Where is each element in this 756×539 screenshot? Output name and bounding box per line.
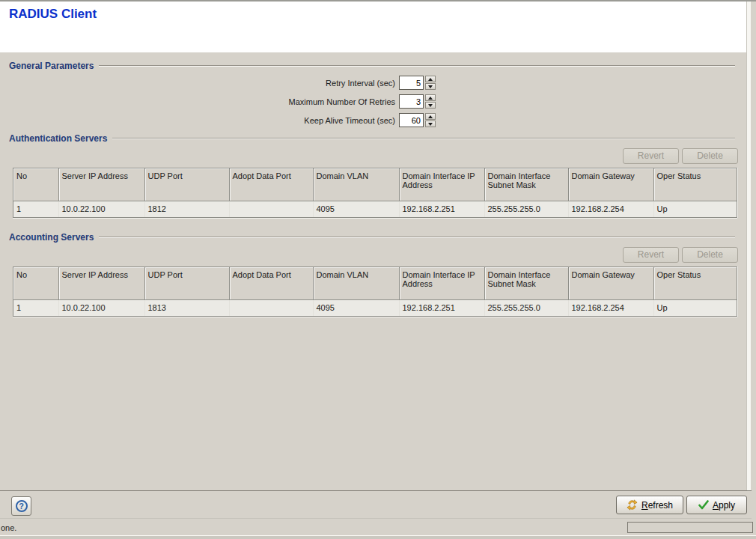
max-retries-label: Maximum Number Of Retries xyxy=(0,94,399,109)
cell-adopt-data-port xyxy=(229,201,313,217)
section-title-authentication-servers: Authentication Servers xyxy=(9,133,107,144)
general-parameters-section-header: General Parameters xyxy=(9,61,743,71)
col-header-server-ip[interactable]: Server IP Address xyxy=(58,168,144,201)
col-header-adopt-data-port[interactable]: Adopt Data Port xyxy=(229,168,313,201)
acct-revert-button[interactable]: Revert xyxy=(623,247,679,263)
max-retries-row: Maximum Number Of Retries xyxy=(0,94,436,109)
acct-table-row[interactable]: 1 10.0.22.100 1813 4095 192.168.2.251 25… xyxy=(13,299,737,316)
up-arrow-icon[interactable] xyxy=(425,94,436,101)
retry-interval-input[interactable] xyxy=(399,76,424,90)
up-arrow-icon[interactable] xyxy=(425,113,436,120)
cell-udp-port: 1812 xyxy=(144,201,229,217)
col-header-domain-gateway[interactable]: Domain Gateway xyxy=(568,168,653,201)
section-rule xyxy=(112,138,735,139)
acct-table-header-row: No Server IP Address UDP Port Adopt Data… xyxy=(13,267,737,299)
col-header-domain-interface-subnet[interactable]: Domain Interface Subnet Mask xyxy=(484,168,568,201)
down-arrow-icon[interactable] xyxy=(425,83,436,90)
max-retries-input[interactable] xyxy=(399,94,424,109)
scrollbar-track[interactable] xyxy=(746,1,751,490)
green-check-icon xyxy=(698,500,709,510)
auth-table-header-row: No Server IP Address UDP Port Adopt Data… xyxy=(13,168,737,201)
keep-alive-row: Keep Alive Timeout (sec) xyxy=(0,112,436,128)
cell-server-ip: 10.0.22.100 xyxy=(58,201,144,217)
cell-domain-vlan: 4095 xyxy=(313,201,399,217)
section-title-general-parameters: General Parameters xyxy=(9,61,94,71)
col-header-oper-status[interactable]: Oper Status xyxy=(653,267,737,299)
apply-button-label: Apply xyxy=(713,500,735,511)
cell-no: 1 xyxy=(13,201,58,217)
authentication-servers-section-header: Authentication Servers xyxy=(9,133,743,144)
apply-button[interactable]: Apply xyxy=(686,496,747,514)
col-header-udp-port[interactable]: UDP Port xyxy=(144,267,229,299)
auth-revert-button[interactable]: Revert xyxy=(623,148,679,164)
col-header-domain-interface-ip[interactable]: Domain Interface IP Address xyxy=(399,168,484,201)
cell-no: 1 xyxy=(13,299,58,316)
title-band: RADIUS Client xyxy=(0,1,751,52)
cell-domain-gateway: 192.168.2.254 xyxy=(568,201,653,217)
refresh-button[interactable]: Refresh xyxy=(616,496,683,514)
cell-domain-interface-subnet: 255.255.255.0 xyxy=(484,299,568,316)
max-retries-spinner xyxy=(425,94,436,109)
refresh-button-label: Refresh xyxy=(641,500,673,511)
keep-alive-spinner xyxy=(425,113,436,127)
refresh-arrows-icon xyxy=(627,499,638,511)
authentication-servers-table: No Server IP Address UDP Port Adopt Data… xyxy=(13,168,737,218)
col-header-domain-vlan[interactable]: Domain VLAN xyxy=(313,168,399,201)
cell-domain-vlan: 4095 xyxy=(313,299,399,316)
toolbar-divider xyxy=(0,490,752,491)
col-header-domain-vlan[interactable]: Domain VLAN xyxy=(313,267,399,299)
cell-domain-interface-ip: 192.168.2.251 xyxy=(399,299,484,316)
down-arrow-icon[interactable] xyxy=(425,121,436,127)
auth-delete-button[interactable]: Delete xyxy=(682,148,738,164)
keep-alive-label: Keep Alive Timeout (sec) xyxy=(0,113,399,128)
down-arrow-icon[interactable] xyxy=(425,102,436,109)
col-header-no[interactable]: No xyxy=(13,168,58,201)
acct-delete-button[interactable]: Delete xyxy=(682,247,738,263)
accounting-servers-section-header: Accounting Servers xyxy=(9,232,743,243)
cell-oper-status: Up xyxy=(653,299,737,316)
col-header-oper-status[interactable]: Oper Status xyxy=(653,168,737,201)
section-rule xyxy=(99,237,735,238)
cell-domain-interface-subnet: 255.255.255.0 xyxy=(484,201,568,217)
auth-table-row[interactable]: 1 10.0.22.100 1812 4095 192.168.2.251 25… xyxy=(13,201,737,217)
col-header-adopt-data-port[interactable]: Adopt Data Port xyxy=(229,267,313,299)
col-header-no[interactable]: No xyxy=(13,267,58,299)
retry-interval-label: Retry Interval (sec) xyxy=(0,76,399,91)
col-header-domain-gateway[interactable]: Domain Gateway xyxy=(568,267,653,299)
section-title-accounting-servers: Accounting Servers xyxy=(9,232,94,243)
cell-oper-status: Up xyxy=(653,201,737,217)
cell-udp-port: 1813 xyxy=(144,299,229,316)
cell-domain-gateway: 192.168.2.254 xyxy=(568,299,653,316)
keep-alive-input[interactable] xyxy=(399,113,424,127)
retry-interval-row: Retry Interval (sec) xyxy=(0,75,436,91)
col-header-domain-interface-ip[interactable]: Domain Interface IP Address xyxy=(399,267,484,299)
help-button[interactable]: ? xyxy=(11,496,31,516)
retry-interval-spinner xyxy=(425,76,436,90)
cell-server-ip: 10.0.22.100 xyxy=(58,299,144,316)
cell-adopt-data-port xyxy=(229,299,313,316)
statusbar-divider xyxy=(0,518,752,519)
col-header-udp-port[interactable]: UDP Port xyxy=(144,168,229,201)
status-progress-box xyxy=(627,522,753,533)
section-rule xyxy=(99,65,735,67)
up-arrow-icon[interactable] xyxy=(425,76,436,82)
page-title: RADIUS Client xyxy=(9,7,97,22)
accounting-servers-table: No Server IP Address UDP Port Adopt Data… xyxy=(13,267,737,317)
window-bottom-edge xyxy=(0,535,756,539)
col-header-server-ip[interactable]: Server IP Address xyxy=(58,267,144,299)
cell-domain-interface-ip: 192.168.2.251 xyxy=(399,201,484,217)
col-header-domain-interface-subnet[interactable]: Domain Interface Subnet Mask xyxy=(484,267,568,299)
help-question-icon: ? xyxy=(16,500,28,512)
status-message: one. xyxy=(1,523,16,532)
